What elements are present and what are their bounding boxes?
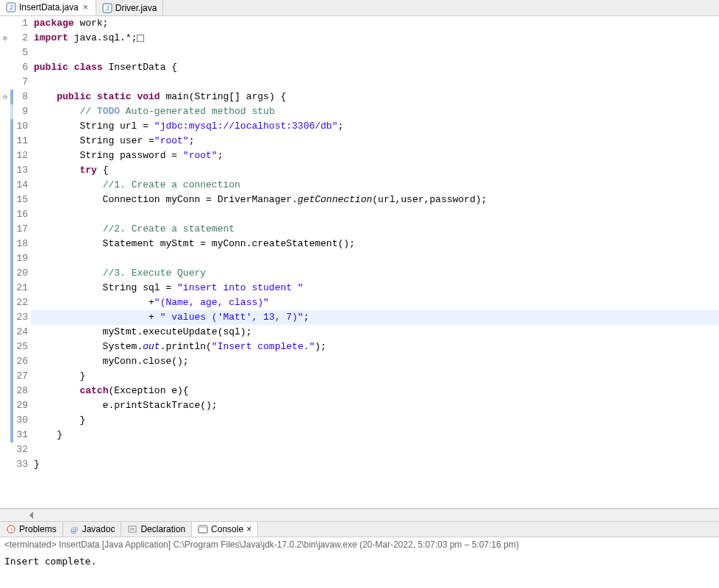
horizontal-scrollbar[interactable] — [0, 509, 719, 521]
code-line[interactable]: 32 — [0, 442, 719, 457]
code-text[interactable]: String sql = "insert into student " — [31, 281, 719, 295]
code-text[interactable]: Statement myStmt = myConn.createStatemen… — [31, 237, 719, 251]
line-number: 14 — [10, 178, 31, 193]
tab-insertdata[interactable]: J InsertData.java × — [0, 0, 96, 15]
svg-text:!: ! — [10, 526, 12, 533]
ptab-label: Declaration — [140, 524, 185, 534]
svg-text:J: J — [105, 4, 109, 12]
code-line[interactable]: 30 } — [0, 413, 719, 428]
code-text[interactable]: } — [31, 428, 719, 442]
close-icon[interactable]: × — [82, 2, 90, 12]
gutter-marker — [0, 354, 10, 369]
tab-problems[interactable]: ! Problems — [0, 522, 63, 537]
code-line[interactable]: 29 e.printStackTrace(); — [0, 398, 719, 413]
gutter-marker — [0, 16, 10, 31]
code-line[interactable]: 23 + " values ('Matt', 13, 7)"; — [0, 310, 719, 325]
code-text[interactable]: +"(Name, age, class)" — [31, 295, 719, 310]
code-text[interactable] — [31, 442, 719, 457]
code-text[interactable] — [31, 46, 719, 60]
code-text[interactable]: public class InsertData { — [31, 60, 719, 75]
code-line[interactable]: 13 try { — [0, 163, 719, 178]
gutter-marker — [0, 457, 10, 472]
code-text[interactable]: //2. Create a statement — [31, 222, 719, 237]
code-text[interactable]: } — [31, 413, 719, 428]
line-number: 5 — [10, 46, 31, 60]
code-text[interactable]: package work; — [31, 16, 719, 31]
code-text[interactable] — [31, 251, 719, 266]
close-icon[interactable]: × — [246, 524, 251, 534]
code-text[interactable]: catch(Exception e){ — [31, 384, 719, 398]
code-area[interactable]: 1package work;⊕2import java.sql.*;56publ… — [0, 16, 719, 508]
code-text[interactable]: myConn.close(); — [31, 354, 719, 369]
code-line[interactable]: 22 +"(Name, age, class)" — [0, 295, 719, 310]
code-text[interactable] — [31, 75, 719, 90]
code-text[interactable]: Connection myConn = DriverManager.getCon… — [31, 193, 719, 207]
line-number: 27 — [10, 369, 31, 384]
code-text[interactable]: import java.sql.*; — [31, 31, 719, 46]
code-line[interactable]: 33} — [0, 457, 719, 472]
gutter-marker — [0, 295, 10, 310]
gutter-marker — [0, 325, 10, 340]
line-number: 15 — [10, 193, 31, 207]
gutter-marker[interactable]: ⊖ — [0, 90, 10, 104]
code-line[interactable]: 14 //1. Create a connection — [0, 178, 719, 193]
gutter-marker — [0, 222, 10, 237]
code-text[interactable]: // TODO Auto-generated method stub — [31, 104, 719, 119]
code-text[interactable]: public static void main(String[] args) { — [31, 90, 719, 104]
code-line[interactable]: 28 catch(Exception e){ — [0, 384, 719, 398]
code-line[interactable]: 12 String password = "root"; — [0, 148, 719, 163]
line-number: 1 — [10, 16, 31, 31]
gutter-marker[interactable]: ⊕ — [0, 31, 10, 46]
code-text[interactable]: //1. Create a connection — [31, 178, 719, 193]
line-number: 30 — [10, 413, 31, 428]
code-line[interactable]: 16 — [0, 207, 719, 222]
line-number: 13 — [10, 163, 31, 178]
code-line[interactable]: 1package work; — [0, 16, 719, 31]
tab-declaration[interactable]: Declaration — [121, 522, 192, 537]
code-line[interactable]: 11 String user ="root"; — [0, 134, 719, 148]
gutter-marker — [0, 163, 10, 178]
code-text[interactable]: } — [31, 457, 719, 472]
scroll-left-arrow-icon[interactable] — [29, 512, 33, 519]
code-editor[interactable]: 1package work;⊕2import java.sql.*;56publ… — [0, 16, 719, 509]
code-text[interactable]: String password = "root"; — [31, 148, 719, 163]
code-line[interactable]: 21 String sql = "insert into student " — [0, 281, 719, 295]
tab-driver[interactable]: J Driver.java — [96, 0, 164, 15]
code-text[interactable] — [31, 207, 719, 222]
code-text[interactable]: myStmt.executeUpdate(sql); — [31, 325, 719, 340]
code-line[interactable]: 5 — [0, 46, 719, 60]
code-line[interactable]: 15 Connection myConn = DriverManager.get… — [0, 193, 719, 207]
code-line[interactable]: 10 String url = "jdbc:mysql://localhost:… — [0, 119, 719, 134]
code-text[interactable]: String url = "jdbc:mysql://localhost:330… — [31, 119, 719, 134]
gutter-marker — [0, 119, 10, 134]
code-text[interactable]: + " values ('Matt', 13, 7)"; — [31, 310, 719, 325]
tab-javadoc[interactable]: @ Javadoc — [63, 522, 122, 537]
code-line[interactable]: 25 System.out.println("Insert complete."… — [0, 340, 719, 354]
gutter-marker — [0, 178, 10, 193]
code-line[interactable]: 31 } — [0, 428, 719, 442]
code-text[interactable]: e.printStackTrace(); — [31, 398, 719, 413]
line-number: 31 — [10, 428, 31, 442]
code-line[interactable]: 17 //2. Create a statement — [0, 222, 719, 237]
code-line[interactable]: ⊕2import java.sql.*; — [0, 31, 719, 46]
code-line[interactable]: 18 Statement myStmt = myConn.createState… — [0, 237, 719, 251]
code-text[interactable]: System.out.println("Insert complete."); — [31, 340, 719, 354]
code-line[interactable]: 24 myStmt.executeUpdate(sql); — [0, 325, 719, 340]
code-line[interactable]: 20 //3. Execute Query — [0, 266, 719, 281]
code-line[interactable]: 19 — [0, 251, 719, 266]
code-line[interactable]: 7 — [0, 75, 719, 90]
tab-console[interactable]: Console × — [192, 522, 258, 537]
line-number: 8 — [10, 90, 31, 104]
code-text[interactable]: } — [31, 369, 719, 384]
code-text[interactable]: //3. Execute Query — [31, 266, 719, 281]
code-line[interactable]: 9 // TODO Auto-generated method stub — [0, 104, 719, 119]
code-line[interactable]: 27 } — [0, 369, 719, 384]
java-file-icon: J — [102, 3, 112, 13]
code-line[interactable]: ⊖8 public static void main(String[] args… — [0, 90, 719, 104]
code-line[interactable]: 26 myConn.close(); — [0, 354, 719, 369]
gutter-marker — [0, 104, 10, 119]
code-text[interactable]: String user ="root"; — [31, 134, 719, 148]
line-number: 6 — [10, 60, 31, 75]
code-text[interactable]: try { — [31, 163, 719, 178]
code-line[interactable]: 6public class InsertData { — [0, 60, 719, 75]
